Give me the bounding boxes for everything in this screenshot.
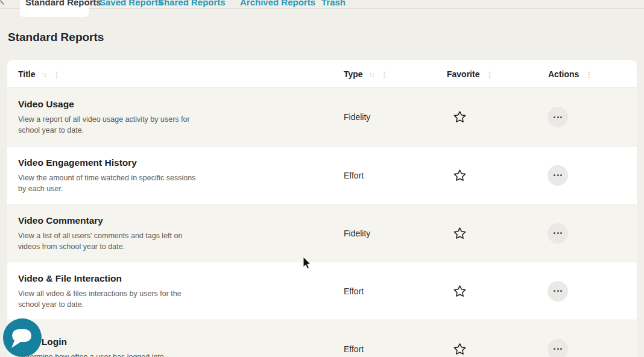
- sort-icon[interactable]: ↑↓: [42, 71, 47, 78]
- column-label-title: Title: [18, 69, 36, 79]
- report-title[interactable]: Video Commentary: [18, 215, 205, 226]
- column-menu-icon[interactable]: ⋮: [380, 70, 388, 79]
- favorite-star-button[interactable]: [453, 227, 466, 239]
- chat-launcher-button[interactable]: [3, 318, 42, 357]
- table-row: User Login Determine how often a user ha…: [7, 320, 637, 357]
- star-outline-icon: [453, 169, 466, 182]
- row-actions-button[interactable]: [548, 165, 568, 186]
- standard-reports-page: Standard Reports Saved Reports Shared Re…: [0, 0, 644, 357]
- tab-trash[interactable]: Trash: [321, 0, 346, 8]
- table-row: Video Commentary View a list of all user…: [7, 204, 637, 262]
- column-header-actions[interactable]: Actions ⋮: [548, 60, 593, 88]
- favorite-star-button[interactable]: [453, 343, 466, 355]
- favorite-star-button[interactable]: [453, 111, 466, 124]
- column-label-favorite: Favorite: [447, 69, 479, 79]
- column-menu-icon[interactable]: ⋮: [585, 70, 593, 79]
- report-info: Video Commentary View a list of all user…: [18, 215, 205, 251]
- row-actions-button[interactable]: [548, 281, 568, 302]
- report-description: View a report of all video usage activit…: [18, 114, 205, 136]
- report-type: Fidelity: [344, 229, 370, 238]
- report-title[interactable]: Video Engagement History: [18, 157, 205, 168]
- report-type: Effort: [344, 171, 364, 180]
- report-type: Fidelity: [344, 112, 370, 122]
- report-title[interactable]: Video Usage: [18, 99, 205, 110]
- column-header-type[interactable]: Type ↑↓ ⋮: [344, 60, 388, 88]
- star-outline-icon: [453, 343, 466, 355]
- favorite-star-button[interactable]: [453, 285, 466, 297]
- column-label-actions: Actions: [548, 69, 579, 79]
- tab-shared-reports[interactable]: Shared Reports: [158, 0, 226, 8]
- favorite-star-button[interactable]: [453, 169, 466, 182]
- page-title: Standard Reports: [8, 31, 104, 44]
- row-actions-button[interactable]: [548, 223, 568, 244]
- reports-table: Title ↑↓ ⋮ Type ↑↓ ⋮ Favorite ⋮ Actions …: [7, 60, 637, 357]
- table-row: Video & File Interaction View all video …: [7, 262, 637, 320]
- column-menu-icon[interactable]: ⋮: [485, 70, 493, 79]
- tab-standard-reports[interactable]: Standard Reports: [25, 0, 101, 8]
- row-actions-button[interactable]: [548, 339, 568, 357]
- report-info: Video Engagement History View the amount…: [18, 157, 205, 194]
- report-type: Effort: [344, 286, 364, 296]
- row-actions-button[interactable]: [548, 107, 568, 127]
- column-header-favorite[interactable]: Favorite ⋮: [447, 60, 493, 88]
- table-row: Video Engagement History View the amount…: [7, 146, 637, 204]
- report-info: Video Usage View a report of all video u…: [18, 99, 205, 136]
- column-header-title[interactable]: Title ↑↓ ⋮: [18, 60, 61, 88]
- column-menu-icon[interactable]: ⋮: [53, 70, 61, 79]
- table-row: Video Usage View a report of all video u…: [7, 88, 637, 146]
- star-outline-icon: [453, 111, 466, 124]
- table-header: Title ↑↓ ⋮ Type ↑↓ ⋮ Favorite ⋮ Actions …: [7, 60, 637, 88]
- column-label-type: Type: [344, 69, 363, 79]
- sort-icon[interactable]: ↑↓: [369, 71, 374, 78]
- report-description: View all video & files interactions by u…: [18, 288, 205, 309]
- tab-saved-reports[interactable]: Saved Reports: [99, 0, 163, 8]
- star-outline-icon: [453, 285, 466, 297]
- report-title[interactable]: Video & File Interaction: [18, 273, 205, 283]
- tabbar-divider: [0, 8, 644, 9]
- tab-archived-reports[interactable]: Archived Reports: [240, 0, 315, 8]
- chat-bubble-icon: [3, 318, 42, 357]
- report-description: View a list of all users' comments and t…: [18, 230, 205, 251]
- report-info: Video & File Interaction View all video …: [18, 273, 205, 309]
- report-description: View the amount of time watched in speci…: [18, 172, 205, 194]
- corner-mark: [0, 0, 4, 5]
- star-outline-icon: [453, 227, 466, 239]
- report-type: Effort: [344, 344, 364, 354]
